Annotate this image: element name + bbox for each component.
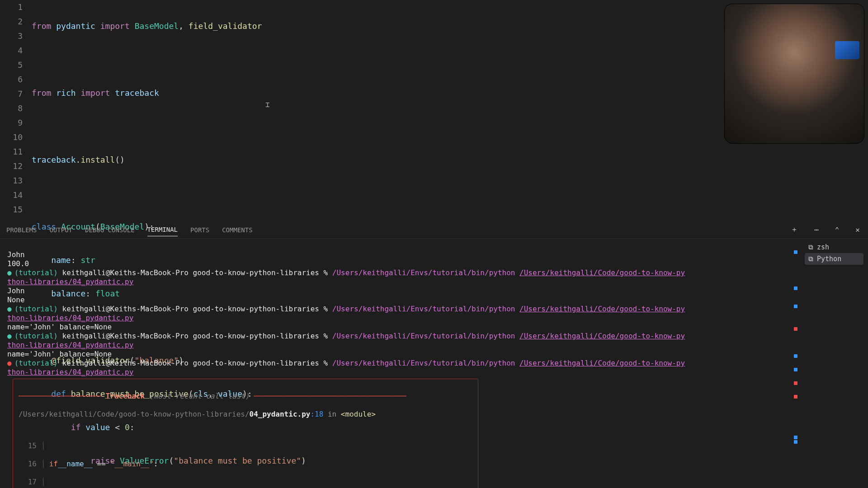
- more-actions-icon[interactable]: ⋯: [812, 225, 821, 234]
- line-number: 10: [0, 130, 23, 145]
- prompt-error-indicator-icon: [7, 359, 14, 367]
- terminal-overview-ruler[interactable]: [791, 241, 797, 481]
- text-cursor-icon: ⌶: [265, 100, 271, 109]
- code-line[interactable]: [32, 186, 868, 201]
- terminal-shell-list: ⧉ zsh ⧉ Python: [800, 239, 868, 488]
- line-number: 8: [0, 101, 23, 116]
- line-number: 5: [0, 58, 23, 72]
- maximize-panel-icon[interactable]: ⌃: [833, 225, 841, 234]
- prompt-indicator-icon: [7, 332, 14, 340]
- webcam-overlay: [724, 4, 864, 144]
- line-number: 1: [0, 0, 23, 14]
- terminal-output[interactable]: John 100.0 (tutorial) keithgalli@Keiths-…: [0, 239, 800, 488]
- line-number: 2: [0, 14, 23, 29]
- shell-label: zsh: [817, 243, 829, 251]
- line-number: 6: [0, 72, 23, 87]
- tab-ports[interactable]: PORTS: [190, 226, 209, 234]
- code-line[interactable]: traceback.install(): [32, 153, 868, 167]
- tab-comments[interactable]: COMMENTS: [222, 226, 252, 234]
- line-number: 7: [0, 87, 23, 101]
- terminal-line: John: [7, 250, 25, 259]
- prompt-indicator-icon: [7, 268, 14, 277]
- prompt-indicator-icon: [7, 305, 14, 313]
- terminal-line: None: [7, 296, 25, 304]
- line-number: 15: [0, 202, 23, 217]
- terminal-icon: ⧉: [808, 243, 813, 251]
- line-number: 14: [0, 188, 23, 202]
- tab-problems[interactable]: PROBLEMS: [6, 226, 37, 234]
- tab-output[interactable]: OUTPUT: [49, 226, 72, 234]
- terminal-icon: ⧉: [808, 255, 813, 263]
- line-number: 3: [0, 29, 23, 43]
- terminal-line: name='John' balance=None: [7, 350, 112, 358]
- shell-item-python[interactable]: ⧉ Python: [805, 253, 863, 265]
- terminal-line: 100.0: [7, 259, 29, 268]
- new-terminal-icon[interactable]: ＋: [789, 225, 800, 235]
- shell-label: Python: [817, 255, 841, 263]
- line-number: 13: [0, 174, 23, 188]
- terminal-line: name='John' balance=None: [7, 323, 112, 331]
- close-panel-icon[interactable]: ✕: [854, 225, 862, 234]
- line-number: 12: [0, 159, 23, 174]
- line-number: 4: [0, 43, 23, 58]
- line-number-gutter: 1 2 3 4 5 6 7 8 9 10 11 12 13 14 15: [0, 0, 32, 221]
- traceback-panel: ─────────────────── Traceback (most rece…: [13, 379, 478, 488]
- shell-item-zsh[interactable]: ⧉ zsh: [805, 241, 863, 253]
- line-number: 9: [0, 116, 23, 130]
- line-number: 11: [0, 145, 23, 159]
- terminal-line: John: [7, 286, 25, 295]
- tab-debug-console[interactable]: DEBUG CONSOLE: [85, 226, 135, 234]
- tab-terminal[interactable]: TERMINAL: [147, 226, 178, 236]
